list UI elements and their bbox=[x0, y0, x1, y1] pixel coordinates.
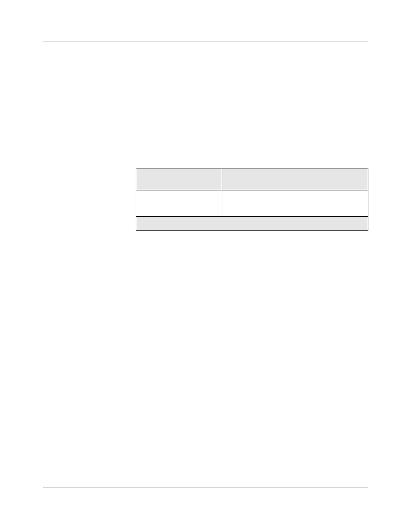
table-footer-cell bbox=[136, 217, 368, 231]
table-cell-1 bbox=[136, 190, 222, 217]
table-cell-2 bbox=[222, 190, 368, 217]
header-rule bbox=[43, 41, 368, 41]
footer-rule bbox=[43, 488, 368, 488]
data-table bbox=[136, 168, 368, 231]
table-row bbox=[136, 190, 368, 217]
table-header-row bbox=[136, 168, 368, 190]
table-header-cell-2 bbox=[222, 168, 368, 190]
table-header-cell-1 bbox=[136, 168, 222, 190]
table-footer-row bbox=[136, 217, 368, 231]
page bbox=[0, 0, 411, 532]
